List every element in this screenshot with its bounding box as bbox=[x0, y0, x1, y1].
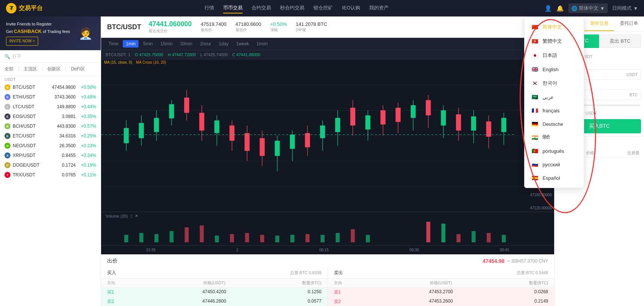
global-col-header: 交易量 bbox=[613, 150, 640, 156]
logo: ₮ 交易平台 bbox=[6, 3, 43, 13]
svg-rect-42 bbox=[396, 108, 401, 122]
svg-rect-66 bbox=[245, 233, 249, 242]
svg-rect-79 bbox=[487, 233, 491, 242]
market-tab-全部[interactable]: 全部 bbox=[4, 65, 13, 73]
lang-item-简体中文[interactable]: 🇨🇳简体中文 bbox=[525, 20, 584, 34]
table-row[interactable]: 买147450.42000.1250 bbox=[101, 288, 328, 297]
svg-rect-50 bbox=[456, 114, 461, 130]
coin-name: LTC/USDT bbox=[13, 104, 46, 109]
table-row[interactable]: 买247446.26000.0577 bbox=[101, 297, 328, 306]
time-btn-5min[interactable]: 5min bbox=[140, 40, 156, 48]
lang-item-English[interactable]: 🇬🇧English bbox=[525, 63, 584, 76]
search-input[interactable]: 打字 bbox=[12, 53, 21, 60]
nav-item-锁仓挖矿[interactable]: 锁仓挖矿 bbox=[313, 3, 333, 13]
svg-rect-78 bbox=[472, 231, 476, 242]
nav-item-合约交易[interactable]: 合约交易 bbox=[252, 3, 271, 13]
price-tick: 47120.00000 bbox=[526, 206, 552, 210]
list-item[interactable]: L LTC/USDT 149.8800 +0.44% bbox=[0, 102, 101, 112]
col-header: 数量(BTC) bbox=[477, 280, 548, 286]
chart-info-bar: BTC/USDT, 1 O 47425.75000 H 47447.72000 … bbox=[101, 50, 554, 60]
coin-change: +0.23% bbox=[76, 143, 96, 148]
col-header: 价格(USDT) bbox=[179, 280, 250, 286]
invite-button[interactable]: INVITE NOW > bbox=[6, 37, 38, 46]
sell-rows: 卖147453.27000.0268卖247453.26000.2149卖347… bbox=[328, 288, 555, 306]
lang-item-português[interactable]: 🇵🇹português bbox=[525, 144, 584, 158]
nav-items: 行情币币交易合约交易秒合约交易锁仓挖矿IEO认购我的资产 bbox=[58, 3, 535, 13]
list-item[interactable]: X XRP/USDT 0.8455 +0.34% bbox=[0, 151, 101, 160]
time-btn-1min[interactable]: 1min bbox=[123, 40, 139, 48]
time-btn-Time[interactable]: Time bbox=[106, 40, 121, 48]
svg-rect-44 bbox=[411, 105, 416, 118]
coin-price: 0.8455 bbox=[46, 153, 76, 158]
theme-button[interactable]: 日间模式 ▼ bbox=[612, 5, 638, 12]
coin-price: 0.1724 bbox=[46, 163, 76, 168]
nav-item-币币交易[interactable]: 币币交易 bbox=[223, 3, 243, 13]
volume-label: 24H量 bbox=[296, 27, 327, 33]
lang-name: Español bbox=[543, 175, 560, 181]
trade-tab-限价交易[interactable]: 限价交易 bbox=[584, 16, 614, 31]
list-item[interactable]: D DOGE/USDT 0.1724 +0.19% bbox=[0, 160, 101, 170]
time-btn-1day[interactable]: 1day bbox=[216, 40, 231, 48]
time-btn-15min[interactable]: 15min bbox=[157, 40, 176, 48]
chart-info-h: H 47447.72000 bbox=[168, 52, 196, 57]
trade-tab-委托订单[interactable]: 委托订单 bbox=[614, 16, 644, 31]
lang-item-繁體中文[interactable]: 🇭🇰繁體中文 bbox=[525, 34, 584, 48]
lang-name: português bbox=[543, 148, 564, 154]
list-item[interactable]: T TRX/USDT 0.0765 +0.11% bbox=[0, 170, 101, 180]
sell-table-header: 方向价格(USDT)数量(BTC) bbox=[328, 278, 555, 288]
volume-val: 141.2078 BTC bbox=[296, 21, 327, 27]
lang-item-Español[interactable]: 🇪🇸Español bbox=[525, 171, 584, 185]
lang-item-عربي[interactable]: 🇸🇦عربي bbox=[525, 90, 584, 104]
flag-icon: 🇭🇰 bbox=[531, 38, 539, 44]
list-item[interactable]: E ETC/USDT 34.6316 +0.25% bbox=[0, 131, 101, 141]
svg-rect-48 bbox=[441, 110, 446, 125]
price-main: 47441.060000 bbox=[149, 20, 192, 28]
list-item[interactable]: E ETH/USDT 3743.3600 +0.48% bbox=[0, 92, 101, 102]
list-item[interactable]: B BCH/USDT 443.8300 +0.57% bbox=[0, 121, 101, 131]
nav-item-秒合约交易[interactable]: 秒合约交易 bbox=[280, 3, 304, 13]
neo-icon: N bbox=[4, 143, 10, 149]
market-tab-主流区[interactable]: 主流区 bbox=[24, 65, 37, 73]
time-btn-1hour[interactable]: 1hour bbox=[197, 40, 215, 48]
ltc-icon: L bbox=[4, 104, 10, 110]
nav-item-行情[interactable]: 行情 bbox=[204, 3, 214, 13]
chart-info-o: O 47425.75000 bbox=[135, 52, 163, 57]
lang-name: عربي bbox=[543, 94, 554, 100]
time-btn-30min[interactable]: 30min bbox=[177, 40, 195, 48]
buy-table-header: 方向价格(USDT)数量(BTC) bbox=[101, 278, 328, 288]
chart-area: MA (15, close, 0) MA Cross (10, 20) bbox=[101, 60, 554, 212]
coin-change: +0.34% bbox=[76, 153, 96, 158]
svg-rect-12 bbox=[169, 104, 174, 118]
flag-icon: 🇮🇳 bbox=[531, 134, 539, 140]
sell-tab[interactable]: 卖出 BTC bbox=[599, 34, 641, 48]
order-dir: 买2 bbox=[107, 299, 179, 305]
list-item[interactable]: E EOS/USDT 3.0881 +0.35% bbox=[0, 112, 101, 121]
search-input-wrap[interactable]: 🔍 打字 bbox=[4, 53, 96, 60]
nav-item-我的资产[interactable]: 我的资产 bbox=[369, 3, 389, 13]
table-row[interactable]: 卖247453.26000.2149 bbox=[328, 297, 555, 306]
center-content: BTC/USDT 47441.060000 最近成交价 47519.7400 最… bbox=[101, 16, 554, 306]
lang-item-français[interactable]: 🇫🇷français bbox=[525, 104, 584, 117]
nav-item-IEO认购[interactable]: IEO认购 bbox=[342, 3, 360, 13]
flag-icon: 🇯🇵 bbox=[531, 52, 539, 58]
lang-item-русский[interactable]: 🇷🇺русский bbox=[525, 158, 584, 171]
list-item[interactable]: N NEO/USDT 26.3500 +0.23% bbox=[0, 141, 101, 151]
time-btn-1week[interactable]: 1week bbox=[233, 40, 252, 48]
coin-price: 443.8300 bbox=[46, 124, 76, 129]
market-tab-创新区[interactable]: 创新区 bbox=[47, 65, 61, 73]
lang-item-日本語[interactable]: 🇯🇵日本語 bbox=[525, 48, 584, 63]
volume-indicator-icon: □ bbox=[130, 214, 133, 218]
language-button[interactable]: 🌐 简体中文 ▼ bbox=[568, 3, 608, 13]
lang-item-हिंदी[interactable]: 🇮🇳हिंदी bbox=[525, 131, 584, 144]
svg-rect-18 bbox=[215, 121, 219, 133]
notification-icon[interactable]: 🔔 bbox=[556, 5, 564, 12]
lang-item-Deutsche[interactable]: 🇩🇪Deutsche bbox=[525, 117, 584, 131]
high-val: 47519.7400 bbox=[201, 21, 227, 27]
table-row[interactable]: 卖147453.27000.0268 bbox=[328, 288, 555, 297]
coin-price: 26.3500 bbox=[46, 143, 76, 148]
list-item[interactable]: B BTC/USDT 47454.9800 +0.50% bbox=[0, 82, 101, 92]
user-icon[interactable]: 👤 bbox=[544, 5, 552, 12]
lang-item-한국어[interactable]: 🇰🇷한국어 bbox=[525, 76, 584, 90]
time-btn-1mon[interactable]: 1mon bbox=[253, 40, 271, 48]
market-tab-DeFi区[interactable]: DeFi区 bbox=[71, 65, 85, 73]
